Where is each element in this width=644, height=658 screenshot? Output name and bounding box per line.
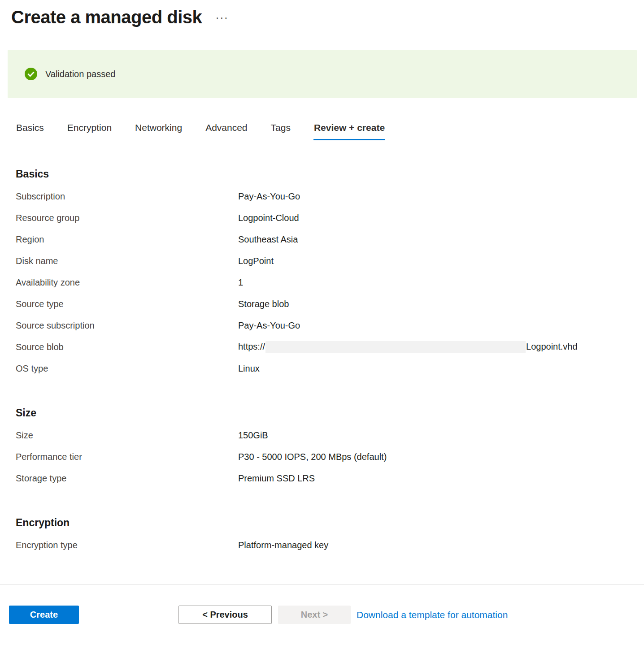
page-header: Create a managed disk ··· xyxy=(0,0,644,27)
tab-tags[interactable]: Tags xyxy=(270,122,291,140)
detail-row-os-type: OS typeLinux xyxy=(16,358,644,379)
validation-message: Validation passed xyxy=(45,69,115,79)
value-suffix: Logpoint.vhd xyxy=(526,341,578,351)
detail-row-resource-group: Resource groupLogpoint-Cloud xyxy=(16,207,644,229)
row-value: Pay-As-You-Go xyxy=(238,191,300,202)
detail-row-encryption-type: Encryption typePlatform-managed key xyxy=(16,534,644,556)
row-label: Encryption type xyxy=(16,540,238,550)
row-label: Disk name xyxy=(16,256,238,266)
section-heading-size: Size xyxy=(16,379,644,419)
tab-review-create[interactable]: Review + create xyxy=(313,122,385,140)
row-value: Platform-managed key xyxy=(238,540,328,550)
row-label: Subscription xyxy=(16,191,238,202)
detail-row-size: Size150GiB xyxy=(16,424,644,446)
tab-networking[interactable]: Networking xyxy=(135,122,183,140)
row-value: Logpoint-Cloud xyxy=(238,213,299,223)
detail-row-source-subscription: Source subscriptionPay-As-You-Go xyxy=(16,315,644,336)
detail-row-disk-name: Disk nameLogPoint xyxy=(16,250,644,272)
tab-encryption[interactable]: Encryption xyxy=(67,122,112,140)
row-label: OS type xyxy=(16,364,238,374)
download-template-link[interactable]: Download a template for automation xyxy=(357,610,508,620)
row-label: Size xyxy=(16,430,238,441)
row-value: Premium SSD LRS xyxy=(238,473,315,484)
section-encryption: EncryptionEncryption typePlatform-manage… xyxy=(16,489,644,556)
next-button[interactable]: Next > xyxy=(278,606,351,624)
tab-basics[interactable]: Basics xyxy=(16,122,44,140)
more-options-icon[interactable]: ··· xyxy=(215,12,228,23)
tab-advanced[interactable]: Advanced xyxy=(205,122,248,140)
detail-row-subscription: SubscriptionPay-As-You-Go xyxy=(16,186,644,207)
detail-row-region: RegionSoutheast Asia xyxy=(16,229,644,250)
value-prefix: https:// xyxy=(238,341,265,351)
row-label: Availability zone xyxy=(16,277,238,288)
review-sections: BasicsSubscriptionPay-As-You-GoResource … xyxy=(0,140,644,556)
row-value: Pay-As-You-Go xyxy=(238,320,300,331)
footer-bar: Create < Previous Next > Download a temp… xyxy=(0,585,644,624)
row-value: 150GiB xyxy=(238,430,268,441)
tab-bar: BasicsEncryptionNetworkingAdvancedTagsRe… xyxy=(0,122,644,140)
row-label: Storage type xyxy=(16,473,238,484)
detail-row-source-blob: Source blobhttps://Logpoint.vhd xyxy=(16,336,644,358)
section-size: SizeSize150GiBPerformance tierP30 - 5000… xyxy=(16,379,644,489)
row-value: Linux xyxy=(238,364,260,374)
page-title: Create a managed disk xyxy=(11,7,202,27)
row-label: Performance tier xyxy=(16,452,238,462)
section-heading-encryption: Encryption xyxy=(16,489,644,529)
detail-row-source-type: Source typeStorage blob xyxy=(16,293,644,315)
row-label: Source type xyxy=(16,299,238,309)
row-label: Resource group xyxy=(16,213,238,223)
section-heading-basics: Basics xyxy=(16,140,644,180)
row-value: 1 xyxy=(238,277,243,288)
redacted-value xyxy=(265,341,526,353)
validation-banner: Validation passed xyxy=(8,50,637,98)
row-value: https://Logpoint.vhd xyxy=(238,341,578,353)
check-circle-icon xyxy=(25,68,37,80)
detail-row-storage-type: Storage typePremium SSD LRS xyxy=(16,468,644,489)
previous-button[interactable]: < Previous xyxy=(178,606,272,624)
create-button[interactable]: Create xyxy=(9,606,79,624)
create-managed-disk-page: Create a managed disk ··· Validation pas… xyxy=(0,0,644,624)
row-label: Source subscription xyxy=(16,320,238,331)
row-label: Region xyxy=(16,234,238,245)
row-value: Storage blob xyxy=(238,299,289,309)
row-value: LogPoint xyxy=(238,256,274,266)
section-basics: BasicsSubscriptionPay-As-You-GoResource … xyxy=(16,140,644,379)
detail-row-performance-tier: Performance tierP30 - 5000 IOPS, 200 MBp… xyxy=(16,446,644,468)
row-value: Southeast Asia xyxy=(238,234,298,245)
row-value: P30 - 5000 IOPS, 200 MBps (default) xyxy=(238,452,387,462)
detail-row-availability-zone: Availability zone1 xyxy=(16,272,644,293)
row-label: Source blob xyxy=(16,342,238,352)
